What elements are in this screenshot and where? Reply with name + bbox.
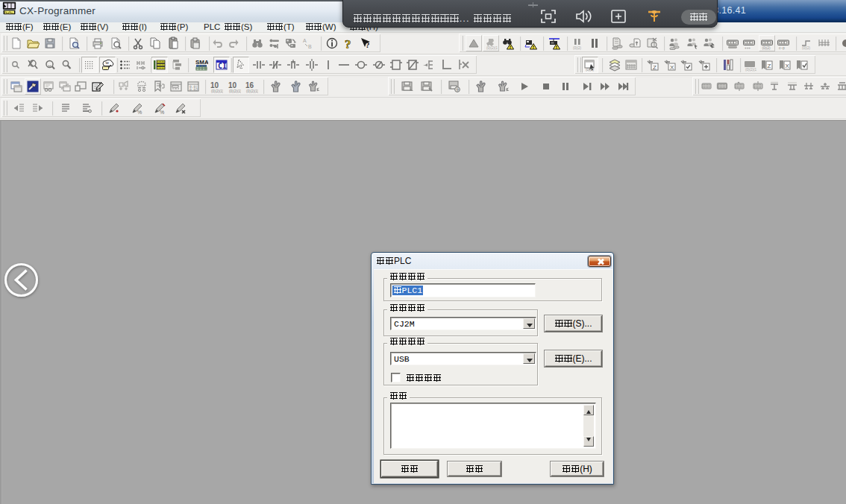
svg-text:+++: +++ [745,46,751,50]
svg-text:%: % [137,110,142,115]
svg-text:c--p: c--p [779,46,785,50]
svg-text:(0)(2): (0)(2) [573,46,582,50]
svg-text:0.02: 0.02 [189,88,198,92]
svg-text:X: X [670,64,674,71]
svg-text:X: X [786,63,790,69]
svg-text:16: 16 [245,81,254,89]
svg-text:Z: Z [653,64,657,71]
svg-text:B: B [308,44,312,49]
svg-text:(0)(2)(1): (0)(2)(1) [486,46,498,50]
svg-text:10: 10 [210,81,219,89]
svg-text:(0)(2): (0)(2) [586,68,595,72]
svg-text:CI: CI [218,62,227,70]
svg-text:(0)(2): (0)(2) [802,46,811,50]
svg-text:Z: Z [768,63,771,69]
svg-text:10: 10 [228,81,237,89]
svg-text:?: ? [366,40,370,49]
svg-text:(0)(2): (0)(2) [762,46,771,50]
svg-text:(0)(2)(1): (0)(2)(1) [246,89,258,93]
svg-text:w: w [105,60,110,65]
svg-text:?: ? [345,37,351,51]
svg-text:A: A [303,38,307,43]
svg-text:(0)(2)(1): (0)(2)(1) [211,89,223,93]
svg-text:SMA: SMA [195,59,208,66]
svg-text:(0)(2)(1): (0)(2)(1) [745,68,756,72]
svg-text:%: % [160,110,164,115]
svg-text:(0)(2)(1): (0)(2)(1) [229,89,241,93]
